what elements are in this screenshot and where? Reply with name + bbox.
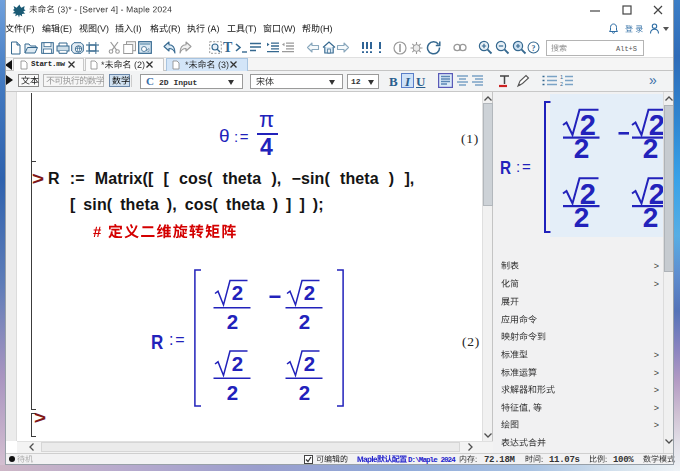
svg-text:2: 2 <box>227 381 238 404</box>
svg-text:?: ? <box>532 44 536 53</box>
svg-text:2: 2 <box>574 202 590 233</box>
svg-text:2: 2 <box>227 310 238 333</box>
svg-text:1: 1 <box>560 74 563 80</box>
svg-text:2: 2 <box>304 352 315 375</box>
svg-text:2: 2 <box>232 352 243 375</box>
svg-text:2: 2 <box>232 281 243 304</box>
svg-text:2: 2 <box>643 202 659 233</box>
svg-text:2: 2 <box>304 281 315 304</box>
svg-text:2: 2 <box>560 81 563 87</box>
svg-text:2: 2 <box>574 133 590 164</box>
svg-text:2: 2 <box>299 381 310 404</box>
svg-text:2: 2 <box>299 310 310 333</box>
svg-text:2: 2 <box>643 133 659 164</box>
